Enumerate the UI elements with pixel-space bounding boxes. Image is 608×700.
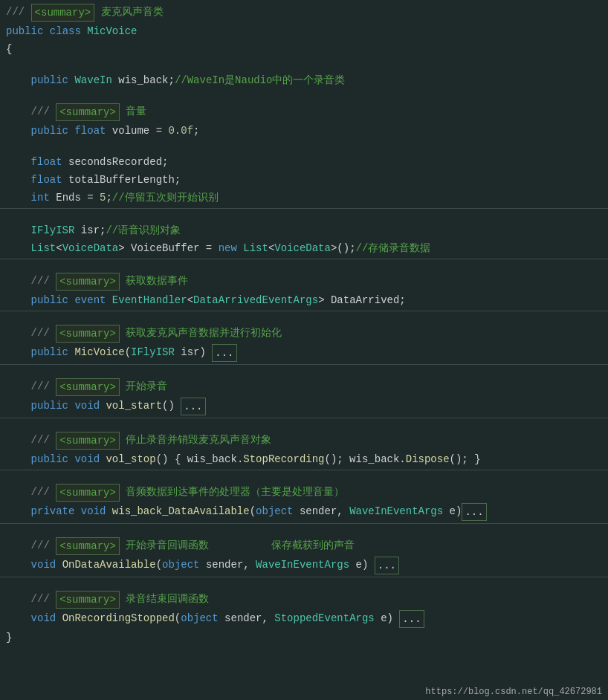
line-wavein-field: public WaveIn wis_back;//WaveIn是Naudio中的… bbox=[0, 71, 608, 89]
separator-6 bbox=[0, 470, 608, 483]
line-empty-1 bbox=[0, 58, 608, 71]
line-method-stop: public void vol_stop() { wis_back.StopRe… bbox=[0, 450, 608, 468]
separator-1 bbox=[0, 208, 608, 221]
line-totalbuffer-field: float totalBufferLength; bbox=[0, 171, 608, 189]
line-summary-init: /// <summary> 获取麦克风声音数据并进行初始化 bbox=[0, 324, 608, 343]
collapsed-block-start: ... bbox=[181, 398, 205, 415]
line-seconds-field: float secondsRecorded; bbox=[0, 153, 608, 171]
summary-box-ondataavail: <summary> bbox=[56, 537, 120, 555]
summary-box-init: <summary> bbox=[56, 325, 120, 343]
line-summary-dataevent: /// <summary> 获取数据事件 bbox=[0, 272, 608, 291]
line-method-ondataavail: void OnDataAvailable(object sender, Wave… bbox=[0, 556, 608, 575]
keyword-class: class bbox=[50, 23, 81, 39]
summary-box-start: <summary> bbox=[56, 378, 120, 396]
line-method-recordstop: void OnRecordingStopped(object sender, S… bbox=[0, 609, 608, 629]
line-event-decl: public event EventHandler<DataArrivedEve… bbox=[0, 291, 608, 309]
comment-prefix: /// bbox=[6, 4, 31, 20]
line-brace-close: } bbox=[0, 629, 608, 646]
line-summary-ondataavail: /// <summary> 开始录音回调函数 保存截获到的声音 bbox=[0, 537, 608, 556]
summary-box-stop: <summary> bbox=[56, 432, 120, 450]
summary-box: <summary> bbox=[31, 4, 95, 22]
keyword-public: public bbox=[6, 23, 43, 39]
line-summary-dataavail: /// <summary> 音频数据到达事件的处理器（主要是处理音量） bbox=[0, 483, 608, 502]
separator-2 bbox=[0, 259, 608, 272]
summary-box-recordstop: <summary> bbox=[56, 591, 120, 609]
collapsed-block-ondataavail: ... bbox=[375, 557, 399, 574]
line-summary-volume: /// <summary> 音量 bbox=[0, 103, 608, 122]
collapsed-block-recordstop: ... bbox=[399, 610, 424, 628]
line-method-start: public void vol_start() ... bbox=[0, 397, 608, 416]
collapsed-block-dataavail: ... bbox=[462, 503, 486, 521]
line-method-dataavail: private void wis_back_DataAvailable(obje… bbox=[0, 502, 608, 522]
line-summary-recordstop: /// <summary> 录音结束回调函数 bbox=[0, 590, 608, 609]
summary-box-dataevent: <summary> bbox=[56, 273, 120, 291]
line-ends-field: int Ends = 5;//停留五次则开始识别 bbox=[0, 189, 608, 207]
summary-text: 麦克风声音类 bbox=[94, 4, 163, 20]
line-voicebuffer-field: List<VoiceData> VoiceBuffer = new List<V… bbox=[0, 239, 608, 257]
comment-wavein: //WaveIn是Naudio中的一个录音类 bbox=[175, 72, 346, 88]
separator-7 bbox=[0, 523, 608, 537]
line-brace-open: { bbox=[0, 40, 608, 58]
line-isr-field: IFlyISR isr;//语音识别对象 bbox=[0, 221, 608, 239]
line-empty-3 bbox=[0, 140, 608, 153]
line-volume-field: public float volume = 0.0f; bbox=[0, 122, 608, 140]
separator-3 bbox=[0, 311, 608, 324]
type-wavein: WaveIn bbox=[74, 72, 111, 88]
line-ctor-decl: public MicVoice(IFlyISR isr) ... bbox=[0, 343, 608, 363]
summary-box-dataavail: <summary> bbox=[56, 484, 120, 502]
line-summary-start: /// <summary> 开始录音 bbox=[0, 377, 608, 397]
separator-8 bbox=[0, 577, 608, 590]
code-editor: /// <summary> 麦克风声音类 public class MicVoi… bbox=[0, 0, 608, 700]
line-class-decl: public class MicVoice bbox=[0, 22, 608, 40]
class-name: MicVoice bbox=[87, 23, 137, 39]
line-summary-micvoice: /// <summary> 麦克风声音类 bbox=[0, 3, 608, 22]
footer-url: https://blog.csdn.net/qq_42672981 bbox=[425, 685, 602, 697]
line-summary-stop: /// <summary> 停止录音并销毁麦克风声音对象 bbox=[0, 431, 608, 450]
summary-box-volume: <summary> bbox=[56, 103, 120, 121]
separator-4 bbox=[0, 364, 608, 377]
kw-public: public bbox=[31, 72, 68, 88]
separator-5 bbox=[0, 418, 608, 431]
collapsed-block: ... bbox=[212, 344, 236, 362]
csdn-url: https://blog.csdn.net/qq_42672981 bbox=[425, 687, 602, 697]
line-empty-2 bbox=[0, 89, 608, 103]
